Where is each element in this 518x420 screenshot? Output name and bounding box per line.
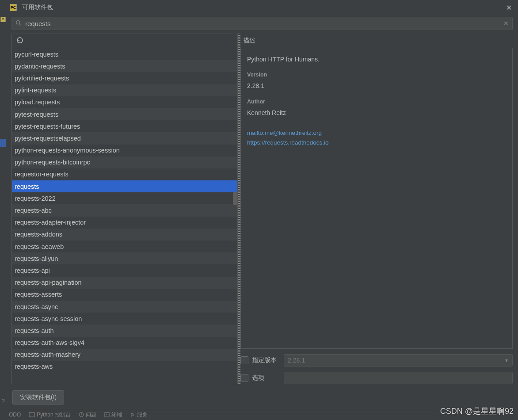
- package-item[interactable]: requests-asserts: [12, 289, 237, 301]
- specify-version-label: 指定版本: [252, 356, 280, 364]
- package-item[interactable]: pydantic-requests: [12, 60, 237, 72]
- refresh-icon[interactable]: [16, 37, 23, 45]
- pycharm-small-icon: P: [0, 17, 6, 22]
- package-item[interactable]: pyload.requests: [12, 96, 237, 108]
- problems-tool[interactable]: 问题: [79, 411, 96, 419]
- todo-tool[interactable]: ODO: [9, 412, 21, 418]
- services-tool[interactable]: 服务: [130, 411, 148, 419]
- docs-link[interactable]: https://requests.readthedocs.io: [247, 138, 506, 148]
- package-item[interactable]: pylint-requests: [12, 84, 237, 96]
- options-checkbox[interactable]: [240, 374, 248, 382]
- version-label: Version: [247, 70, 506, 79]
- version-combobox[interactable]: 2.28.1 ▼: [284, 354, 513, 367]
- terminal-tool[interactable]: 终端: [104, 411, 122, 419]
- package-item[interactable]: requests-adapter-injector: [12, 217, 237, 229]
- help-icon[interactable]: ?: [0, 394, 6, 408]
- package-item[interactable]: requests-api-pagination: [12, 277, 237, 289]
- dialog-title: 可用软件包: [22, 4, 53, 11]
- package-scrollbar[interactable]: [232, 48, 237, 384]
- python-console-tool[interactable]: Python 控制台: [29, 411, 71, 419]
- detail-panel: 描述 Python HTTP for Humans. Version 2.28.…: [240, 34, 513, 384]
- package-item[interactable]: requests-auth-mashery: [12, 349, 237, 361]
- options-field[interactable]: [284, 372, 513, 384]
- package-item[interactable]: requests-2022: [12, 192, 237, 204]
- search-icon: [15, 20, 22, 27]
- svg-line-1: [19, 23, 21, 25]
- package-item[interactable]: pytest-requests: [12, 108, 237, 120]
- sidebar-active-indicator: [0, 139, 6, 147]
- package-item[interactable]: pytest-requests-futures: [12, 120, 237, 132]
- package-item[interactable]: requests-addons: [12, 229, 237, 241]
- package-item[interactable]: requests-api: [12, 264, 237, 276]
- pycharm-app-icon: PC: [10, 4, 17, 11]
- package-item[interactable]: requests-aliyun: [12, 252, 237, 264]
- package-item[interactable]: requests-aws: [12, 361, 237, 373]
- search-box[interactable]: ✕: [11, 17, 513, 30]
- svg-marker-7: [131, 413, 134, 416]
- scrollbar-thumb[interactable]: [233, 192, 237, 205]
- package-item[interactable]: requests-auth-aws-sigv4: [12, 337, 237, 349]
- options-label: 选项: [252, 374, 280, 382]
- close-icon[interactable]: ✕: [506, 4, 512, 12]
- version-combobox-value: 2.28.1: [288, 357, 305, 364]
- package-list-panel: pycurl-requestspydantic-requestspyfortif…: [11, 34, 238, 384]
- svg-point-0: [16, 20, 20, 24]
- search-input[interactable]: [25, 20, 503, 27]
- detail-body: Python HTTP for Humans. Version 2.28.1 A…: [240, 48, 513, 349]
- svg-rect-6: [105, 412, 109, 417]
- specify-version-checkbox[interactable]: [240, 356, 248, 364]
- package-list[interactable]: pycurl-requestspydantic-requestspyfortif…: [12, 48, 237, 384]
- status-bar: ODO Python 控制台 问题 终端 服务: [6, 409, 518, 420]
- detail-header-label: 描述: [240, 34, 513, 48]
- package-item[interactable]: pyfortified-requests: [12, 72, 237, 84]
- email-link[interactable]: mailto:me@kennethreitz.org: [247, 128, 506, 138]
- package-item[interactable]: requests-aeaweb: [12, 241, 237, 252]
- dialog-titlebar: PC 可用软件包 ✕: [6, 0, 518, 15]
- package-item[interactable]: requestor-requests: [12, 168, 237, 180]
- version-value: 2.28.1: [247, 81, 506, 91]
- package-item[interactable]: python-requests-bitcoinrpc: [12, 157, 237, 168]
- package-description: Python HTTP for Humans.: [247, 54, 506, 64]
- author-label: Author: [247, 97, 506, 106]
- package-item[interactable]: requests: [12, 180, 237, 192]
- package-item[interactable]: pytest-requestselapsed: [12, 132, 237, 144]
- chevron-down-icon: ▼: [504, 358, 509, 363]
- clear-search-icon[interactable]: ✕: [503, 20, 509, 27]
- install-package-button[interactable]: 安装软件包(I): [12, 390, 64, 405]
- package-item[interactable]: pycurl-requests: [12, 48, 237, 60]
- package-item[interactable]: requests-async: [12, 301, 237, 313]
- package-item[interactable]: requests-auth: [12, 325, 237, 336]
- svg-point-5: [81, 416, 82, 416]
- package-item[interactable]: python-requests-anonymous-session: [12, 145, 237, 157]
- package-item[interactable]: requests-async-session: [12, 313, 237, 325]
- author-value: Kenneth Reitz: [247, 108, 506, 118]
- package-item[interactable]: requests-abc: [12, 204, 237, 216]
- left-gutter: P ?: [0, 0, 6, 420]
- svg-rect-2: [29, 412, 34, 417]
